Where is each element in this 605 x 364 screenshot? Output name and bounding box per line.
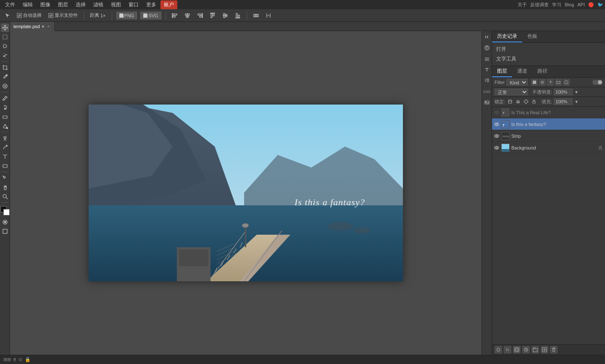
layer-btn-adjustment[interactable] [522, 346, 530, 354]
lock-icon-image[interactable] [515, 98, 521, 105]
background-color[interactable] [3, 209, 10, 215]
layers-tab-paths[interactable]: 路径 [532, 66, 552, 77]
tool-select-rect[interactable] [1, 33, 9, 41]
tool-lasso[interactable] [1, 42, 9, 50]
toolbar-svg-btn[interactable]: SVG [140, 12, 161, 19]
layer-visibility-fantasy[interactable] [494, 121, 500, 127]
panel-icon-image[interactable] [483, 98, 491, 107]
color-picker[interactable] [0, 206, 10, 215]
filter-icon-smart[interactable] [563, 79, 570, 86]
layers-tab-layers[interactable]: 图层 [492, 66, 512, 77]
tool-quick-mask[interactable] [1, 218, 9, 226]
lock-icon-all[interactable] [531, 98, 537, 105]
tool-crop[interactable] [1, 63, 9, 72]
toolbar-show-controls[interactable]: 显示支控件 [47, 11, 79, 19]
toolbar-align-vcenter[interactable] [221, 12, 230, 19]
menu-item-image[interactable]: 图像 [37, 0, 54, 9]
toolbar-distance[interactable]: 距离 1× [88, 11, 108, 19]
show-controls-checkbox[interactable] [48, 13, 53, 18]
toolbar-auto-select[interactable]: 自动选择 [15, 11, 43, 19]
toolbar-align-right[interactable] [195, 12, 205, 19]
auto-select-checkbox[interactable] [17, 13, 22, 18]
toolbar-spacing[interactable] [264, 12, 273, 19]
layer-visibility-real-life[interactable] [494, 110, 500, 115]
toolbar-arrow[interactable] [3, 12, 12, 19]
filter-select[interactable]: Kind [506, 79, 528, 86]
opacity-dropdown[interactable]: ▼ [574, 90, 579, 94]
menu-right-learn[interactable]: 学习 [552, 2, 561, 8]
toolbar-png-btn[interactable]: PNG [116, 12, 137, 19]
menu-item-more[interactable]: 更多 [143, 0, 160, 9]
layer-row-fantasy[interactable]: T Is this a fantasy? [492, 118, 605, 130]
history-tab-history[interactable]: 历史记录 [492, 31, 522, 42]
tool-clone[interactable] [1, 103, 9, 112]
panel-icon-info[interactable] [483, 44, 491, 52]
menu-item-layer[interactable]: 图层 [55, 0, 71, 9]
menu-item-window[interactable]: 窗口 [125, 0, 142, 9]
fill-dropdown[interactable]: ▼ [574, 100, 579, 104]
lock-icon-position[interactable] [523, 98, 529, 105]
toolbar-align-bottom[interactable] [233, 12, 242, 19]
layer-row-strip[interactable]: Strip [492, 130, 605, 142]
menu-right-reddit[interactable]: 🔴 [588, 2, 594, 8]
tool-path-select[interactable] [1, 174, 9, 182]
layer-visibility-strip[interactable] [494, 133, 500, 139]
layer-visibility-background[interactable] [494, 145, 500, 151]
toolbar-align-center[interactable] [183, 12, 192, 19]
file-tab[interactable]: template.psd × × [10, 22, 55, 31]
menu-item-select[interactable]: 选择 [72, 0, 89, 9]
layer-btn-delete[interactable] [550, 346, 558, 354]
status-icon-1[interactable]: ⊞⊞ [3, 357, 11, 362]
tool-text[interactable] [1, 152, 9, 161]
history-tab-swatches[interactable]: 色板 [522, 31, 542, 42]
filter-icon-pixel[interactable] [531, 79, 538, 86]
tool-eyedropper[interactable] [1, 73, 9, 81]
layer-btn-group[interactable] [531, 346, 539, 354]
status-icon-2[interactable]: ff [13, 357, 16, 362]
layer-row-real-life[interactable]: T Is This a Real Life? [492, 107, 605, 118]
tab-close-btn[interactable]: × [46, 24, 51, 29]
menu-right-blog[interactable]: Blog [565, 2, 574, 7]
history-item-open[interactable]: 打开 [492, 45, 605, 54]
menu-right-feedback[interactable]: 反馈调查 [530, 2, 549, 8]
tool-move[interactable] [1, 24, 9, 32]
filter-icon-shape[interactable] [555, 79, 562, 86]
menu-item-file[interactable]: 文件 [2, 0, 18, 9]
tool-brush[interactable] [1, 94, 9, 102]
tool-shape[interactable] [1, 162, 9, 170]
canvas-area[interactable]: Is this a fantasy? [10, 31, 481, 355]
tool-zoom[interactable] [1, 192, 9, 201]
menu-item-edit[interactable]: 编辑 [19, 0, 36, 9]
toolbar-align-top[interactable] [208, 12, 217, 19]
menu-item-account[interactable]: 账户 [160, 0, 177, 9]
layer-btn-mask[interactable] [513, 346, 521, 354]
filter-icon-type[interactable]: T [547, 79, 554, 86]
history-item-text-tool[interactable]: 文字工具 [492, 54, 605, 64]
tool-paint-bucket[interactable] [1, 122, 9, 130]
menu-right-twitter[interactable]: 🐦 [597, 2, 603, 8]
tool-screen-mode[interactable] [1, 227, 9, 236]
menu-item-view[interactable]: 视图 [108, 0, 124, 9]
status-icon-circle[interactable]: ⊙ [18, 357, 22, 362]
tool-pen[interactable] [1, 143, 9, 152]
menu-right-api[interactable]: API [577, 2, 585, 7]
menu-item-filter[interactable]: 滤镜 [90, 0, 107, 9]
tool-eraser[interactable] [1, 113, 9, 121]
panel-icon-paragraph[interactable] [483, 76, 491, 85]
layers-tab-channels[interactable]: 通道 [512, 66, 532, 77]
tool-heal[interactable] [1, 82, 9, 90]
tool-dodge[interactable] [1, 134, 9, 142]
panel-icon-layers[interactable] [483, 55, 491, 63]
tool-hand[interactable] [1, 183, 9, 191]
filter-icon-adjustment[interactable] [539, 79, 546, 86]
panel-icon-text[interactable] [483, 65, 491, 74]
toolbar-align-left[interactable] [170, 12, 179, 19]
panel-icon-collapse[interactable] [483, 33, 491, 41]
blend-mode-select[interactable]: 正常 [495, 89, 528, 95]
tool-magic-wand[interactable] [1, 51, 9, 60]
menu-right-about[interactable]: 关于 [518, 2, 527, 8]
filter-toggle[interactable] [592, 80, 602, 85]
toolbar-distribute-h[interactable] [251, 12, 260, 19]
layer-btn-link[interactable] [495, 346, 502, 354]
status-icon-lock[interactable]: 🔒 [25, 357, 31, 362]
